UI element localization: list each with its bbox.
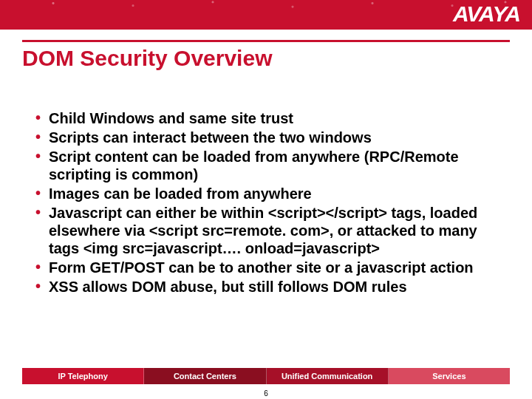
footer-segment-label: Services [432, 372, 466, 381]
page-title: DOM Security Overview [22, 46, 510, 71]
footer-segment: IP Telephony [22, 368, 144, 384]
bullet-item: Script content can be loaded from anywhe… [35, 148, 502, 183]
slide: AVAYA DOM Security Overview Child Window… [0, 0, 532, 399]
brand-logo: AVAYA [453, 3, 520, 25]
bullet-item: Child Windows and same site trust [35, 109, 502, 127]
bullet-list: Child Windows and same site trust Script… [35, 109, 502, 297]
slide-number: 6 [0, 389, 532, 398]
footer-segment-label: Unified Communication [282, 372, 372, 381]
footer-strip: IP Telephony Contact Centers Unified Com… [22, 368, 510, 384]
footer-segment: Services [389, 368, 510, 384]
footer-segment: Unified Communication [267, 368, 389, 384]
header-underline [22, 40, 510, 42]
bullet-item: Form GET/POST can be to another site or … [35, 259, 502, 276]
footer-segment-label: Contact Centers [174, 372, 236, 381]
top-banner: AVAYA [0, 0, 532, 30]
bullet-item: Scripts can interact between the two win… [35, 129, 502, 146]
footer-segment: Contact Centers [144, 368, 266, 384]
bullet-item: XSS allows DOM abuse, but still follows … [35, 278, 502, 296]
brand-logo-text: AVAYA [453, 3, 520, 25]
bullet-item: Javascript can either be within <script>… [35, 204, 502, 257]
footer-segment-label: IP Telephony [58, 372, 107, 381]
bullet-item: Images can be loaded from anywhere [35, 185, 502, 202]
